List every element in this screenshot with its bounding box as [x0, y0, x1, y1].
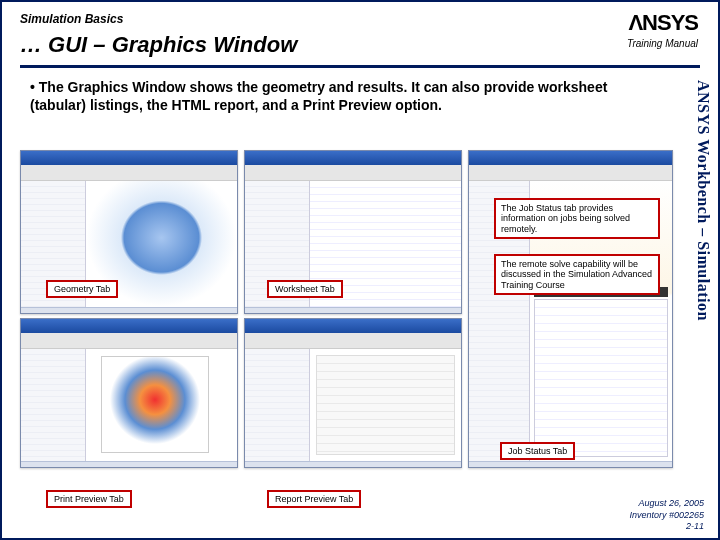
screenshot-toolbar — [245, 333, 461, 349]
screenshot-print-preview — [20, 318, 238, 468]
breadcrumb: Simulation Basics — [20, 12, 700, 26]
print-preview-view — [86, 349, 237, 461]
screenshot-toolbar — [469, 165, 672, 181]
footer-date: August 26, 2005 — [629, 498, 704, 509]
slide-footer: August 26, 2005 Inventory #002265 2-11 — [629, 498, 704, 532]
callout-remote-solve: The remote solve capability will be disc… — [494, 254, 660, 295]
label-report-preview-tab: Report Preview Tab — [267, 490, 361, 508]
tree-panel — [21, 349, 86, 461]
tab-strip — [469, 461, 672, 467]
tab-strip — [21, 307, 237, 313]
brand-logo: ΛNSYS Training Manual — [627, 10, 698, 49]
logo-text: ΛNSYS — [627, 10, 698, 36]
footer-page: 2-11 — [629, 521, 704, 532]
screenshot-toolbar — [21, 333, 237, 349]
tab-strip — [245, 307, 461, 313]
tab-strip — [245, 461, 461, 467]
tab-strip — [21, 461, 237, 467]
callout-job-status: The Job Status tab provides information … — [494, 198, 660, 239]
page-title: … GUI – Graphics Window — [20, 32, 700, 58]
label-print-preview-tab: Print Preview Tab — [46, 490, 132, 508]
screenshot-toolbar — [21, 165, 237, 181]
training-manual-label: Training Manual — [627, 38, 698, 49]
report-preview-view — [310, 349, 461, 461]
label-geometry-tab: Geometry Tab — [46, 280, 118, 298]
label-worksheet-tab: Worksheet Tab — [267, 280, 343, 298]
screenshot-body — [21, 349, 237, 461]
screenshot-body — [245, 349, 461, 461]
label-job-status-tab: Job Status Tab — [500, 442, 575, 460]
slide-header: Simulation Basics … GUI – Graphics Windo… — [2, 2, 718, 62]
content-area: The Graphics Window shows the geometry a… — [2, 68, 718, 114]
footer-inventory: Inventory #002265 — [629, 510, 704, 521]
tree-panel — [245, 349, 310, 461]
screenshot-report-preview — [244, 318, 462, 468]
bullet-paragraph: The Graphics Window shows the geometry a… — [30, 78, 680, 114]
screenshot-toolbar — [245, 165, 461, 181]
side-product-label: ANSYS Workbench – Simulation — [694, 80, 712, 321]
